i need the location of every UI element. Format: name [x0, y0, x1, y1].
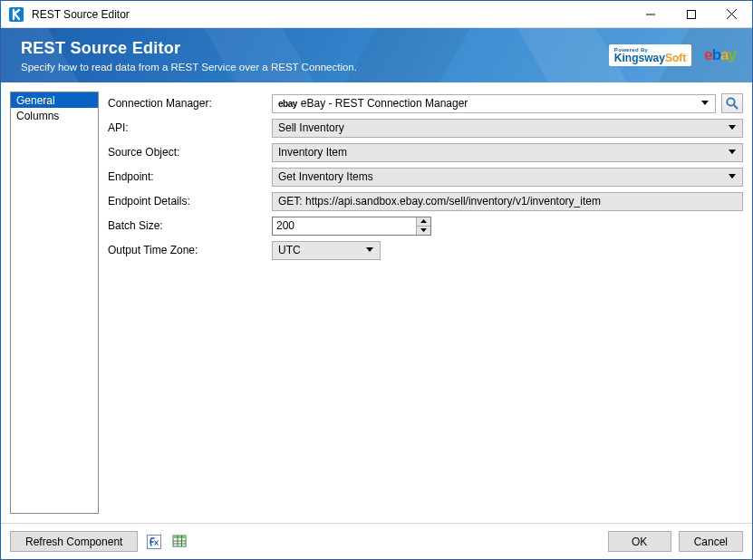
body: General Columns Connection Manager: ebay…: [1, 82, 752, 523]
row-connection-manager: Connection Manager: ebay eBay - REST Con…: [108, 93, 743, 113]
svg-rect-7: [148, 535, 161, 548]
row-source-object: Source Object: Inventory Item: [108, 142, 743, 162]
row-endpoint: Endpoint: Get Inventory Items: [108, 167, 743, 187]
window-title: REST Source Editor: [32, 8, 630, 21]
spinner-buttons: [416, 217, 430, 235]
refresh-component-button[interactable]: Refresh Component: [10, 531, 138, 552]
dropdown-api[interactable]: Sell Inventory: [272, 119, 743, 138]
chevron-down-icon: [725, 150, 739, 155]
window-buttons: [630, 1, 752, 27]
window: REST Source Editor REST Source Editor Sp…: [0, 0, 753, 560]
spinner-up-button[interactable]: [417, 217, 430, 226]
footer: Refresh Component OK Cancel: [1, 523, 752, 559]
svg-rect-0: [9, 7, 24, 22]
header-subtitle: Specify how to read data from a REST Ser…: [21, 62, 357, 72]
table-icon: [172, 535, 187, 549]
chevron-up-icon: [420, 219, 427, 223]
row-output-timezone: Output Time Zone: UTC: [108, 240, 743, 260]
header-banner: REST Source Editor Specify how to read d…: [1, 28, 752, 82]
svg-line-4: [727, 9, 737, 19]
ok-button[interactable]: OK: [608, 531, 671, 552]
svg-point-5: [727, 98, 734, 105]
fx-icon: [147, 535, 161, 549]
app-icon: [6, 5, 26, 24]
ebay-icon: ebay: [278, 99, 297, 109]
dropdown-output-timezone[interactable]: UTC: [272, 241, 381, 260]
dropdown-source-object[interactable]: Inventory Item: [272, 143, 743, 162]
documentation-button[interactable]: [170, 533, 188, 551]
dropdown-endpoint-value: Get Inventory Items: [278, 170, 725, 183]
label-api: API:: [108, 121, 266, 134]
magnifier-icon: [725, 96, 739, 111]
input-batch-size[interactable]: [273, 217, 416, 235]
chevron-down-icon: [362, 247, 377, 253]
label-endpoint: Endpoint:: [108, 170, 266, 183]
label-endpoint-details: Endpoint Details:: [108, 195, 266, 208]
row-batch-size: Batch Size:: [108, 216, 743, 236]
dropdown-connection-manager-value: ebay eBay - REST Connection Manager: [278, 97, 698, 110]
dropdown-output-timezone-value: UTC: [278, 244, 362, 256]
dropdown-api-value: Sell Inventory: [278, 121, 725, 134]
connection-manager-text: eBay - REST Connection Manager: [301, 97, 468, 110]
titlebar: REST Source Editor: [1, 1, 752, 28]
header-text: REST Source Editor Specify how to read d…: [1, 39, 357, 72]
browse-connection-button[interactable]: [721, 93, 743, 113]
nav-item-columns[interactable]: Columns: [11, 108, 98, 123]
field-endpoint-details: GET: https://api.sandbox.ebay.com/sell/i…: [272, 192, 743, 211]
row-api: API: Sell Inventory: [108, 118, 743, 138]
minimize-button[interactable]: [630, 1, 671, 27]
svg-line-6: [734, 105, 738, 109]
cancel-button[interactable]: Cancel: [679, 531, 743, 552]
spinner-down-button[interactable]: [417, 226, 430, 235]
chevron-down-icon: [725, 125, 739, 130]
svg-line-3: [727, 9, 737, 19]
row-endpoint-details: Endpoint Details: GET: https://api.sandb…: [108, 191, 743, 211]
close-button[interactable]: [711, 1, 752, 27]
svg-rect-8: [173, 536, 186, 546]
spinner-batch-size[interactable]: [272, 217, 431, 236]
label-batch-size: Batch Size:: [108, 219, 266, 232]
svg-rect-2: [687, 10, 695, 18]
nav-item-general[interactable]: General: [11, 92, 98, 108]
nav-list: General Columns: [10, 92, 99, 514]
form: Connection Manager: ebay eBay - REST Con…: [108, 92, 743, 514]
brand-logos: Powered By KingswaySoft ebay: [609, 44, 752, 66]
label-source-object: Source Object:: [108, 146, 266, 159]
expression-button[interactable]: [145, 533, 163, 551]
chevron-down-icon: [725, 174, 739, 179]
ebay-logo: ebay: [704, 46, 736, 64]
chevron-down-icon: [420, 228, 427, 232]
chevron-down-icon: [698, 101, 712, 106]
dropdown-source-object-value: Inventory Item: [278, 146, 725, 159]
label-connection-manager: Connection Manager:: [108, 97, 266, 110]
label-output-timezone: Output Time Zone:: [108, 244, 266, 256]
kingswaysoft-wordmark: KingswaySoft: [614, 53, 686, 63]
svg-rect-9: [173, 536, 186, 538]
header-title: REST Source Editor: [21, 39, 357, 58]
kingswaysoft-logo: Powered By KingswaySoft: [609, 44, 691, 66]
dropdown-connection-manager[interactable]: ebay eBay - REST Connection Manager: [272, 94, 716, 113]
maximize-button[interactable]: [671, 1, 711, 27]
dropdown-endpoint[interactable]: Get Inventory Items: [272, 168, 743, 187]
